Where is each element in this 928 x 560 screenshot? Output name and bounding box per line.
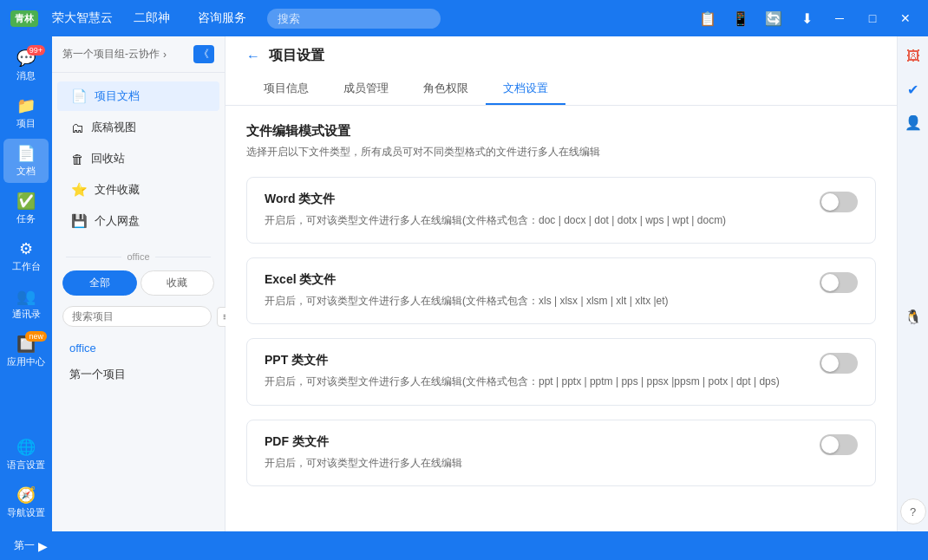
ppt-toggle[interactable] [820,353,858,374]
project-label: 项目 [16,117,36,130]
excel-card-desc: 开启后，可对该类型文件进行多人在线编辑(文件格式包含：xls | xlsx | … [265,293,806,309]
nav-settings-icon: 🧭 [16,485,36,505]
main-layout: 99+ 💬 消息 📁 项目 📄 文档 ✅ 任务 ⚙ 工作台 👥 通讯录 new … [0,36,928,531]
note-icon[interactable]: 📋 [696,6,720,30]
project-search-input[interactable] [62,306,212,327]
minimize-button[interactable]: ─ [827,6,852,30]
nav-consulting[interactable]: 咨询服务 [191,7,253,29]
breadcrumb: 第一个项目组-云协作 › [62,47,167,62]
msg-label: 消息 [16,69,36,82]
task-label: 任务 [16,212,36,225]
excel-card-title: Excel 类文件 [265,272,806,288]
tab-row: 全部 收藏 [52,265,225,301]
sidebar-item-lang[interactable]: 🌐 语言设置 [3,433,49,477]
mobile-icon[interactable]: 📱 [729,6,753,30]
new-badge: new [25,331,47,342]
bottom-bar: 第一 ▶ [0,531,928,560]
menu-item-disk[interactable]: 💾 个人网盘 [57,206,219,236]
draft-menu-icon: 🗂 [71,120,84,135]
collapse-button[interactable]: 《 [193,45,214,63]
project-icon: 📁 [16,96,36,115]
file-card-pdf: PDF 类文件 开启后，可对该类型文件进行多人在线编辑 [246,420,876,486]
menu-item-trash[interactable]: 🗑 回收站 [57,144,219,173]
menu-item-docs[interactable]: 📄 项目文档 [57,81,219,111]
tab-project-info[interactable]: 项目信息 [246,74,326,105]
page-title-row: ← 项目设置 [246,47,876,65]
sidebar-item-task[interactable]: ✅ 任务 [3,186,49,231]
content-body: 文件编辑模式设置 选择开启以下文件类型，所有成员可对不同类型格式的文件进行多人在… [225,106,897,531]
close-button[interactable]: ✕ [893,6,918,30]
project-item-office[interactable]: office [62,335,214,361]
breadcrumb-arrow: › [163,49,167,61]
pdf-card-title: PDF 类文件 [265,434,806,450]
search-row: ≡ [52,301,225,332]
right-icon-penguin[interactable]: 🐧 [900,304,926,330]
right-icon-image[interactable]: 🖼 [900,43,926,69]
msg-badge: 99+ [27,45,45,55]
page-title: 项目设置 [269,47,324,65]
file-card-ppt: PPT 类文件 开启后，可对该类型文件进行多人在线编辑(文件格式包含：ppt |… [246,338,876,405]
lang-label: 语言设置 [7,459,45,472]
ppt-card-title: PPT 类文件 [265,353,806,368]
section-office-label: office [127,251,149,262]
sidebar2-menu: 📄 项目文档 🗂 底稿视图 🗑 回收站 ⭐ 文件收藏 💾 个人网盘 [52,73,225,244]
workbench-label: 工作台 [12,260,41,273]
app-title: 荣大智慧云 [52,10,113,26]
word-card-content: Word 类文件 开启后，可对该类型文件进行多人在线编辑(文件格式包含：doc … [265,192,806,229]
content-header: ← 项目设置 项目信息 成员管理 角色权限 文档设置 [225,36,897,106]
sidebar-item-msg[interactable]: 99+ 💬 消息 [3,43,49,88]
file-card-word: Word 类文件 开启后，可对该类型文件进行多人在线编辑(文件格式包含：doc … [246,177,876,244]
topbar-icon-group: 📋 📱 🔄 ⬇ ─ □ ✕ [696,6,918,30]
doc-label: 文档 [16,165,36,178]
tab-members[interactable]: 成员管理 [326,74,406,105]
project-list: office 第一个项目 [52,332,225,392]
secondary-sidebar: 第一个项目组-云协作 › 《 📄 项目文档 🗂 底稿视图 🗑 回收站 ⭐ 文件收… [52,36,225,531]
right-icon-user[interactable]: 👤 [900,109,926,135]
section-line-right [155,257,211,257]
excel-toggle[interactable] [820,272,858,293]
tab-fav[interactable]: 收藏 [141,270,215,296]
trash-menu-icon: 🗑 [71,152,84,166]
contacts-label: 通讯录 [12,308,41,321]
sidebar-item-nav[interactable]: 🧭 导航设置 [3,480,49,524]
lang-icon: 🌐 [16,438,36,457]
tab-roles[interactable]: 角色权限 [406,74,486,105]
sidebar2-section-label: office [52,244,225,265]
contacts-icon: 👥 [16,287,36,306]
nav-settings-label: 导航设置 [7,506,45,519]
refresh-icon[interactable]: 🔄 [761,6,786,30]
disk-menu-label: 个人网盘 [95,213,140,229]
content-area: ← 项目设置 项目信息 成员管理 角色权限 文档设置 文件编辑模式设置 选择开启… [225,36,897,531]
sidebar-item-contacts[interactable]: 👥 通讯录 [3,282,49,326]
right-icon-check[interactable]: ✔ [900,76,926,102]
fav-menu-label: 文件收藏 [95,182,140,198]
sidebar-item-workbench[interactable]: ⚙ 工作台 [3,234,49,278]
word-toggle[interactable] [820,192,858,212]
tab-doc-settings[interactable]: 文档设置 [486,74,565,105]
maximize-button[interactable]: □ [860,6,885,30]
pdf-card-content: PDF 类文件 开启后，可对该类型文件进行多人在线编辑 [265,434,806,472]
nav-erlang[interactable]: 二郎神 [127,7,177,29]
back-button[interactable]: ← [246,49,260,64]
draft-menu-label: 底稿视图 [91,120,136,135]
search-input[interactable] [267,9,441,29]
trash-menu-label: 回收站 [91,151,125,166]
download-icon[interactable]: ⬇ [794,6,819,30]
sidebar-item-apps[interactable]: new 🔲 应用中心 [3,329,49,374]
sidebar-item-project[interactable]: 📁 项目 [3,91,49,135]
help-icon[interactable]: ? [900,498,926,524]
topbar: 青林 荣大智慧云 二郎神 咨询服务 📋 📱 🔄 ⬇ ─ □ ✕ [0,0,928,36]
project-item-first[interactable]: 第一个项目 [62,361,214,388]
ppt-card-desc: 开启后，可对该类型文件进行多人在线编辑(文件格式包含：ppt | pptx | … [265,374,806,390]
bottom-label[interactable]: 第一 [14,538,35,553]
sidebar-item-doc[interactable]: 📄 文档 [3,139,49,183]
pdf-toggle[interactable] [820,434,858,455]
menu-item-fav[interactable]: ⭐ 文件收藏 [57,175,219,205]
menu-item-draft[interactable]: 🗂 底稿视图 [57,113,219,142]
task-icon: ✅ [16,192,36,211]
disk-menu-icon: 💾 [71,213,88,229]
content-tabs: 项目信息 成员管理 角色权限 文档设置 [246,74,876,105]
tab-all[interactable]: 全部 [62,270,137,296]
file-card-excel: Excel 类文件 开启后，可对该类型文件进行多人在线编辑(文件格式包含：xls… [246,257,876,324]
workbench-icon: ⚙ [19,239,33,258]
